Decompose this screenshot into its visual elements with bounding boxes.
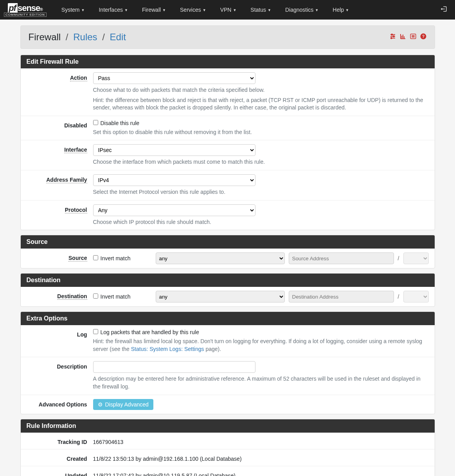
svg-point-3 — [391, 34, 392, 35]
checkbox-log-wrap[interactable]: Log packets that are handled by this rul… — [93, 329, 199, 335]
nav-system[interactable]: System▼ — [54, 1, 92, 19]
list-icon[interactable] — [410, 33, 417, 42]
nav-status[interactable]: Status▼ — [243, 1, 278, 19]
checkbox-dest-invert-wrap[interactable]: Invert match — [93, 293, 152, 300]
input-dest-address[interactable] — [289, 291, 394, 302]
link-syslog-settings[interactable]: Status: System Logs: Settings — [131, 346, 204, 352]
select-address-family[interactable]: IPv4 — [93, 174, 255, 186]
logo[interactable]: pfsense® COMMUNITY EDITION — [4, 3, 47, 17]
panel-destination: Destination Destination Invert match any… — [20, 273, 435, 307]
label-created: Created — [67, 456, 87, 462]
label-description: Description — [57, 363, 87, 370]
checkbox-disabled[interactable] — [93, 120, 98, 125]
breadcrumb-edit[interactable]: Edit — [110, 32, 126, 42]
select-action[interactable]: Pass — [93, 72, 255, 84]
help-action-2: Hint: the difference between block and r… — [93, 97, 429, 112]
checkbox-disabled-wrap[interactable]: Disable this rule — [93, 120, 140, 126]
value-created: 11/8/22 13:50:13 by admin@192.168.1.100 … — [93, 453, 429, 462]
help-log: Hint: the firewall has limited local log… — [93, 338, 429, 353]
breadcrumb-firewall: Firewall — [29, 32, 61, 42]
help-disabled: Set this option to disable this rule wit… — [93, 129, 429, 136]
nav-services[interactable]: Services▼ — [173, 1, 213, 19]
label-source: Source — [68, 255, 87, 261]
select-source-type[interactable]: any — [156, 252, 285, 264]
label-address-family: Address Family — [46, 177, 87, 183]
panel-heading: Edit Firewall Rule — [21, 55, 435, 68]
help-af: Select the Internet Protocol version thi… — [93, 188, 429, 196]
gear-icon — [98, 401, 103, 408]
label-disabled: Disabled — [64, 122, 87, 129]
chart-icon[interactable] — [399, 33, 406, 42]
panel-source: Source Source Invert match any / — [20, 235, 435, 268]
panel-heading: Source — [21, 235, 435, 249]
nav-diagnostics[interactable]: Diagnostics▼ — [278, 1, 326, 19]
help-action-1: Choose what to do with packets that matc… — [93, 86, 429, 94]
checkbox-log[interactable] — [93, 329, 98, 334]
label-tracking-id: Tracking ID — [58, 439, 87, 445]
nav-interfaces[interactable]: Interfaces▼ — [92, 1, 135, 19]
logout-icon[interactable] — [436, 2, 451, 18]
label-log: Log — [77, 331, 87, 338]
select-protocol[interactable]: Any — [93, 204, 255, 216]
input-description[interactable] — [93, 361, 255, 373]
panel-extra-options: Extra Options Log Log packets that are h… — [20, 311, 435, 414]
help-icon[interactable]: ? — [420, 33, 427, 42]
button-display-advanced[interactable]: Display Advanced — [93, 399, 153, 410]
sliders-icon[interactable] — [389, 33, 396, 42]
checkbox-source-invert-wrap[interactable]: Invert match — [93, 255, 152, 261]
panel-rule-info: Rule Information Tracking ID 1667904613 … — [20, 419, 435, 476]
nav-firewall[interactable]: Firewall▼ — [135, 1, 173, 19]
svg-point-5 — [390, 38, 392, 39]
value-updated: 11/8/22 17:07:42 by admin@10.119.5.87 (L… — [93, 470, 429, 476]
panel-heading: Extra Options — [21, 312, 435, 325]
svg-text:?: ? — [422, 34, 424, 38]
help-interface: Choose the interface from which packets … — [93, 158, 429, 166]
help-description: A description may be entered here for ad… — [93, 375, 429, 390]
panel-heading: Rule Information — [21, 419, 435, 433]
help-proto: Choose which IP protocol this rule shoul… — [93, 218, 429, 226]
select-dest-mask[interactable] — [403, 291, 429, 302]
select-source-mask[interactable] — [403, 252, 429, 264]
label-updated: Updated — [65, 472, 87, 476]
label-action: Action — [70, 75, 87, 81]
label-destination: Destination — [57, 293, 87, 300]
top-navbar: pfsense® COMMUNITY EDITION System▼ Inter… — [0, 0, 455, 20]
select-interface[interactable]: IPsec — [93, 144, 255, 156]
svg-point-4 — [393, 36, 394, 37]
label-advanced: Advanced Options — [39, 401, 87, 408]
label-protocol: Protocol — [65, 207, 87, 213]
panel-heading: Destination — [21, 274, 435, 287]
select-dest-type[interactable]: any — [156, 291, 285, 302]
nav-vpn[interactable]: VPN▼ — [213, 1, 244, 19]
panel-edit-rule: Edit Firewall Rule Action Pass Choose wh… — [20, 55, 435, 230]
label-interface: Interface — [64, 147, 87, 153]
value-tracking-id: 1667904613 — [93, 437, 429, 445]
input-source-address[interactable] — [289, 252, 394, 264]
breadcrumb: Firewall / Rules / Edit ? — [20, 25, 435, 49]
breadcrumb-rules[interactable]: Rules — [73, 32, 97, 42]
checkbox-dest-invert[interactable] — [93, 293, 98, 299]
nav-help[interactable]: Help▼ — [326, 1, 356, 19]
checkbox-source-invert[interactable] — [93, 255, 98, 260]
